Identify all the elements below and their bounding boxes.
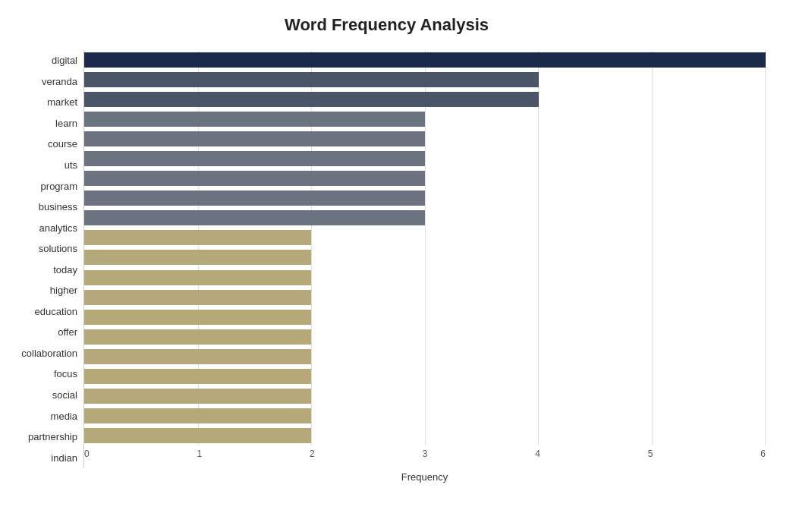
y-label: focus — [8, 364, 77, 385]
bar — [84, 112, 425, 127]
y-label: course — [8, 134, 77, 155]
bar-row — [84, 270, 766, 285]
bars-container — [84, 50, 766, 445]
bar-row — [84, 310, 766, 325]
y-label: learn — [8, 113, 77, 134]
x-tick: 6 — [760, 449, 766, 459]
y-label: program — [8, 175, 77, 197]
bar — [84, 250, 311, 265]
bar — [84, 190, 425, 206]
bar-row — [84, 190, 766, 206]
bar-row — [84, 52, 766, 68]
bar — [84, 310, 311, 325]
bar-row — [84, 369, 766, 384]
y-label: analytics — [8, 217, 77, 238]
bar-row — [84, 428, 766, 443]
bar — [84, 389, 311, 404]
y-label: higher — [8, 280, 77, 301]
x-tick: 5 — [648, 449, 653, 459]
y-label: offer — [8, 322, 77, 343]
bar-row — [84, 349, 766, 364]
bar — [84, 151, 425, 166]
x-tick: 1 — [197, 449, 203, 459]
bars-and-grid: 0123456 — [83, 50, 766, 468]
bar-row — [84, 151, 766, 166]
chart-area: digitalverandamarketlearncourseutsprogra… — [8, 50, 766, 468]
y-axis: digitalverandamarketlearncourseutsprogra… — [8, 50, 83, 468]
chart-container: Word Frequency Analysis digitalverandama… — [0, 0, 796, 532]
bar — [84, 290, 311, 305]
y-label: social — [8, 385, 77, 406]
x-axis-label: Frequency — [83, 471, 766, 483]
bar-row — [84, 329, 766, 345]
bar — [84, 408, 311, 423]
bar-row — [84, 408, 766, 423]
y-label: collaboration — [8, 343, 77, 364]
y-label: digital — [8, 50, 77, 71]
bar — [84, 72, 539, 87]
bar-row — [84, 389, 766, 404]
bar-row — [84, 131, 766, 146]
bar — [84, 210, 425, 225]
bar — [84, 230, 311, 245]
y-label: veranda — [8, 71, 77, 93]
bar-row — [84, 92, 766, 107]
bar — [84, 270, 311, 285]
y-label: education — [8, 301, 77, 323]
y-label: media — [8, 405, 77, 427]
bar — [84, 131, 425, 146]
bar-row — [84, 250, 766, 265]
bar-row — [84, 230, 766, 245]
bar — [84, 369, 311, 384]
y-label: solutions — [8, 238, 77, 260]
x-tick: 3 — [423, 449, 428, 459]
bar — [84, 349, 311, 364]
bar — [84, 52, 766, 68]
x-axis: 0123456 — [84, 445, 766, 468]
bar — [84, 171, 425, 186]
y-label: today — [8, 259, 77, 280]
bar-row — [84, 290, 766, 305]
bar — [84, 329, 311, 345]
chart-title: Word Frequency Analysis — [8, 15, 766, 35]
bar-row — [84, 210, 766, 225]
y-label: uts — [8, 155, 77, 176]
bar-row — [84, 112, 766, 127]
bar-row — [84, 171, 766, 186]
y-label: partnership — [8, 427, 77, 448]
bar — [84, 428, 311, 443]
x-tick: 4 — [535, 449, 540, 459]
x-tick: 0 — [84, 449, 90, 459]
x-tick: 2 — [310, 449, 315, 459]
y-label: indian — [8, 447, 77, 468]
y-label: market — [8, 92, 77, 113]
bar-row — [84, 72, 766, 87]
bar — [84, 92, 539, 107]
y-label: business — [8, 197, 77, 218]
